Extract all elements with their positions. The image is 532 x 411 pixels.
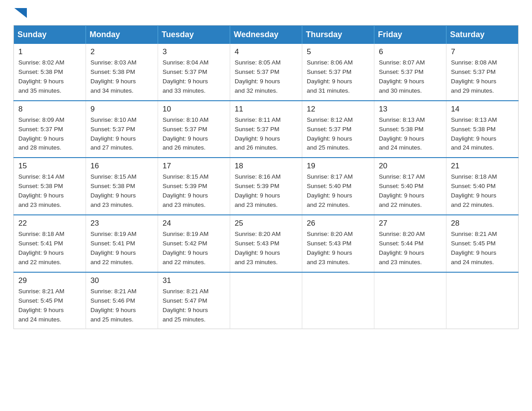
sunrise-text: Sunrise: 8:11 AM [235,116,281,123]
calendar-week-row: 1 Sunrise: 8:02 AM Sunset: 5:38 PM Dayli… [14,44,519,101]
sunrise-text: Sunrise: 8:17 AM [307,173,353,180]
daylight-text: Daylight: 9 hours [235,78,280,85]
calendar-week-row: 22 Sunrise: 8:18 AM Sunset: 5:41 PM Dayl… [14,215,519,272]
sunset-text: Sunset: 5:37 PM [307,68,352,75]
sunset-text: Sunset: 5:44 PM [379,240,424,247]
sunrise-text: Sunrise: 8:18 AM [451,173,497,180]
calendar-day-cell: 12 Sunrise: 8:12 AM Sunset: 5:37 PM Dayl… [302,101,374,158]
day-info: Sunrise: 8:16 AM Sunset: 5:39 PM Dayligh… [235,172,297,210]
day-number: 11 [235,105,297,114]
daylight-minutes-text: and 22 minutes. [379,201,422,208]
calendar-day-cell: 8 Sunrise: 8:09 AM Sunset: 5:37 PM Dayli… [14,101,86,158]
daylight-text: Daylight: 9 hours [307,249,352,256]
day-info: Sunrise: 8:03 AM Sunset: 5:38 PM Dayligh… [90,58,153,96]
daylight-text: Daylight: 9 hours [18,192,64,199]
day-number: 15 [18,162,81,171]
day-info: Sunrise: 8:08 AM Sunset: 5:37 PM Dayligh… [451,58,514,96]
daylight-minutes-text: and 23 minutes. [90,201,133,208]
calendar-day-cell: 6 Sunrise: 8:07 AM Sunset: 5:37 PM Dayli… [374,44,446,101]
day-info: Sunrise: 8:04 AM Sunset: 5:37 PM Dayligh… [163,58,225,96]
daylight-minutes-text: and 34 minutes. [90,87,133,94]
sunrise-text: Sunrise: 8:15 AM [163,173,209,180]
calendar-day-cell: 3 Sunrise: 8:04 AM Sunset: 5:37 PM Dayli… [158,44,230,101]
day-info: Sunrise: 8:02 AM Sunset: 5:38 PM Dayligh… [18,58,81,96]
day-info: Sunrise: 8:18 AM Sunset: 5:40 PM Dayligh… [451,172,514,210]
day-info: Sunrise: 8:15 AM Sunset: 5:39 PM Dayligh… [163,172,225,210]
calendar-day-cell: 13 Sunrise: 8:13 AM Sunset: 5:38 PM Dayl… [374,101,446,158]
calendar-day-cell: 2 Sunrise: 8:03 AM Sunset: 5:38 PM Dayli… [86,44,158,101]
daylight-text: Daylight: 9 hours [90,249,136,256]
calendar-day-cell: 15 Sunrise: 8:14 AM Sunset: 5:38 PM Dayl… [14,158,86,215]
calendar-day-cell: 5 Sunrise: 8:06 AM Sunset: 5:37 PM Dayli… [302,44,374,101]
day-number: 18 [235,162,297,171]
sunrise-text: Sunrise: 8:21 AM [163,288,209,295]
calendar-day-cell: 17 Sunrise: 8:15 AM Sunset: 5:39 PM Dayl… [158,158,230,215]
daylight-minutes-text: and 26 minutes. [163,144,206,151]
day-info: Sunrise: 8:13 AM Sunset: 5:38 PM Dayligh… [379,116,442,153]
sunset-text: Sunset: 5:46 PM [90,297,135,304]
calendar-day-cell: 23 Sunrise: 8:19 AM Sunset: 5:41 PM Dayl… [86,215,158,272]
calendar-day-cell: 11 Sunrise: 8:11 AM Sunset: 5:37 PM Dayl… [230,101,302,158]
daylight-minutes-text: and 22 minutes. [90,259,133,265]
daylight-text: Daylight: 9 hours [18,249,64,256]
daylight-minutes-text: and 25 minutes. [163,316,206,323]
calendar-day-cell: 18 Sunrise: 8:16 AM Sunset: 5:39 PM Dayl… [230,158,302,215]
daylight-minutes-text: and 25 minutes. [90,316,133,323]
daylight-minutes-text: and 22 minutes. [307,201,350,208]
daylight-minutes-text: and 24 minutes. [451,259,494,265]
sunrise-text: Sunrise: 8:02 AM [18,59,64,66]
day-number: 13 [379,105,442,114]
logo [13,9,27,16]
calendar-table: SundayMondayTuesdayWednesdayThursdayFrid… [13,25,519,329]
daylight-minutes-text: and 24 minutes. [379,144,422,151]
sunrise-text: Sunrise: 8:14 AM [18,173,64,180]
sunset-text: Sunset: 5:45 PM [18,297,63,304]
day-info: Sunrise: 8:14 AM Sunset: 5:38 PM Dayligh… [18,172,81,210]
daylight-text: Daylight: 9 hours [163,307,208,313]
day-info: Sunrise: 8:17 AM Sunset: 5:40 PM Dayligh… [379,172,442,210]
day-info: Sunrise: 8:10 AM Sunset: 5:37 PM Dayligh… [163,116,225,153]
daylight-minutes-text: and 23 minutes. [235,259,278,265]
daylight-text: Daylight: 9 hours [307,135,352,142]
daylight-minutes-text: and 23 minutes. [163,201,206,208]
calendar-day-cell: 14 Sunrise: 8:13 AM Sunset: 5:38 PM Dayl… [446,101,519,158]
sunset-text: Sunset: 5:38 PM [18,68,63,75]
svg-marker-0 [14,8,27,18]
sunrise-text: Sunrise: 8:10 AM [90,116,137,123]
daylight-minutes-text: and 29 minutes. [451,87,494,94]
daylight-text: Daylight: 9 hours [90,307,136,313]
calendar-day-cell [374,272,446,329]
day-number: 17 [163,162,225,171]
daylight-text: Daylight: 9 hours [451,78,496,85]
sunset-text: Sunset: 5:37 PM [90,126,135,133]
calendar-day-cell: 19 Sunrise: 8:17 AM Sunset: 5:40 PM Dayl… [302,158,374,215]
day-number: 27 [379,219,442,228]
sunrise-text: Sunrise: 8:21 AM [451,231,497,237]
sunrise-text: Sunrise: 8:12 AM [307,116,353,123]
sunrise-text: Sunrise: 8:19 AM [163,231,209,237]
daylight-minutes-text: and 23 minutes. [235,201,278,208]
day-number: 25 [235,219,297,228]
calendar-day-cell: 9 Sunrise: 8:10 AM Sunset: 5:37 PM Dayli… [86,101,158,158]
day-info: Sunrise: 8:20 AM Sunset: 5:44 PM Dayligh… [379,230,442,267]
day-number: 4 [235,47,297,56]
daylight-text: Daylight: 9 hours [163,249,208,256]
sunrise-text: Sunrise: 8:08 AM [451,59,497,66]
day-info: Sunrise: 8:10 AM Sunset: 5:37 PM Dayligh… [90,116,153,153]
calendar-day-cell: 25 Sunrise: 8:20 AM Sunset: 5:43 PM Dayl… [230,215,302,272]
sunrise-text: Sunrise: 8:07 AM [379,59,425,66]
day-number: 6 [379,47,442,56]
calendar-day-cell: 7 Sunrise: 8:08 AM Sunset: 5:37 PM Dayli… [446,44,519,101]
daylight-text: Daylight: 9 hours [307,192,352,199]
day-info: Sunrise: 8:19 AM Sunset: 5:41 PM Dayligh… [90,230,153,267]
daylight-text: Daylight: 9 hours [379,135,424,142]
daylight-text: Daylight: 9 hours [163,78,208,85]
day-info: Sunrise: 8:17 AM Sunset: 5:40 PM Dayligh… [307,172,369,210]
calendar-week-row: 29 Sunrise: 8:21 AM Sunset: 5:45 PM Dayl… [14,272,519,329]
calendar-day-cell: 31 Sunrise: 8:21 AM Sunset: 5:47 PM Dayl… [158,272,230,329]
calendar-day-cell: 24 Sunrise: 8:19 AM Sunset: 5:42 PM Dayl… [158,215,230,272]
daylight-minutes-text: and 24 minutes. [451,144,494,151]
sunrise-text: Sunrise: 8:10 AM [163,116,209,123]
sunset-text: Sunset: 5:38 PM [379,126,424,133]
day-info: Sunrise: 8:11 AM Sunset: 5:37 PM Dayligh… [235,116,297,153]
